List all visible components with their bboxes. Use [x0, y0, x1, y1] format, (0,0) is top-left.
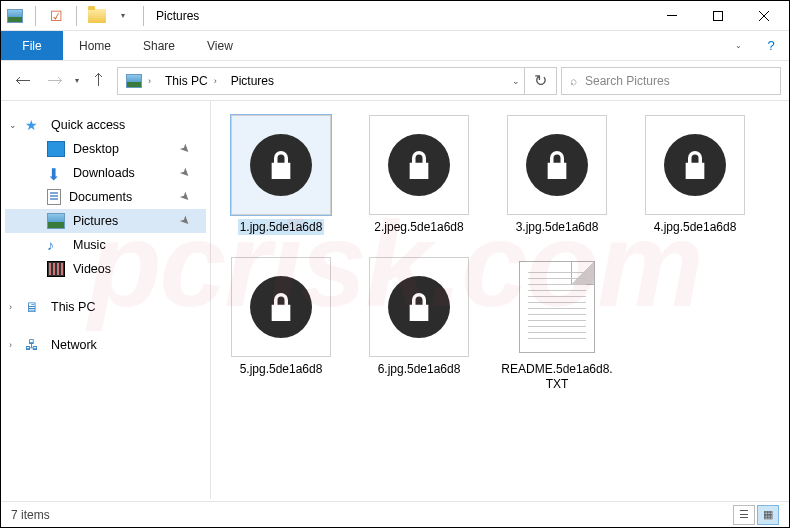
file-item[interactable]: 6.jpg.5de1a6d8: [359, 257, 479, 392]
file-item[interactable]: 2.jpeg.5de1a6d8: [359, 115, 479, 235]
sidebar-item-label: Documents: [69, 190, 132, 204]
pin-icon: ➤: [177, 213, 194, 230]
qat-dropdown-icon[interactable]: ▾: [111, 4, 135, 28]
svg-rect-0: [667, 15, 677, 16]
sidebar-item-this-pc[interactable]: › 🖥 This PC: [5, 295, 206, 319]
chevron-right-icon: ›: [212, 76, 219, 86]
tree-group-quick-access: ⌄ ★ Quick access Desktop ➤ ⬇Downloads ➤ …: [5, 113, 206, 281]
view-details-button[interactable]: ☰: [733, 505, 755, 525]
file-thumbnail: [369, 115, 469, 215]
file-thumbnail: [231, 115, 331, 215]
file-thumbnail: [231, 257, 331, 357]
forward-button[interactable]: 🡒: [41, 67, 69, 95]
titlebar: ☑ ▾ Pictures: [1, 1, 789, 31]
text-file-icon: [519, 261, 595, 353]
sidebar-item-quick-access[interactable]: ⌄ ★ Quick access: [5, 113, 206, 137]
window-controls: [649, 1, 787, 31]
breadcrumb-root[interactable]: ›: [120, 74, 159, 88]
file-name: 6.jpg.5de1a6d8: [376, 361, 463, 377]
ribbon-expand-icon[interactable]: ⌄: [723, 31, 753, 60]
search-input[interactable]: ⌕ Search Pictures: [561, 67, 781, 95]
maximize-button[interactable]: [695, 1, 741, 31]
sidebar-item-label: Desktop: [73, 142, 119, 156]
pin-icon: ➤: [177, 189, 194, 206]
qat-separator: [143, 6, 144, 26]
sidebar-item-pictures[interactable]: Pictures ➤: [5, 209, 206, 233]
search-icon: ⌕: [570, 74, 577, 88]
network-icon: 🖧: [25, 337, 43, 353]
file-name: 1.jpg.5de1a6d8: [238, 219, 325, 235]
view-toggles: ☰ ▦: [733, 505, 779, 525]
file-item[interactable]: 3.jpg.5de1a6d8: [497, 115, 617, 235]
file-name: 3.jpg.5de1a6d8: [514, 219, 601, 235]
file-thumbnail: [645, 115, 745, 215]
file-tab[interactable]: File: [1, 31, 63, 60]
qat-separator: [35, 6, 36, 26]
download-icon: ⬇: [47, 165, 65, 181]
refresh-button[interactable]: ↻: [525, 67, 557, 95]
back-button[interactable]: 🡐: [9, 67, 37, 95]
status-item-count: 7 items: [11, 508, 50, 522]
sidebar-item-music[interactable]: ♪Music: [5, 233, 206, 257]
sidebar-item-videos[interactable]: Videos: [5, 257, 206, 281]
file-item[interactable]: 5.jpg.5de1a6d8: [221, 257, 341, 392]
breadcrumb-this-pc[interactable]: This PC›: [159, 74, 225, 88]
sidebar-item-label: Pictures: [73, 214, 118, 228]
window-title: Pictures: [152, 9, 199, 23]
up-button[interactable]: 🡑: [85, 67, 113, 95]
sidebar-item-label: Downloads: [73, 166, 135, 180]
navigation-pane: ⌄ ★ Quick access Desktop ➤ ⬇Downloads ➤ …: [1, 101, 211, 499]
chevron-right-icon: ›: [146, 76, 153, 86]
video-icon: [47, 261, 65, 277]
file-name: 4.jpg.5de1a6d8: [652, 219, 739, 235]
sidebar-item-label: Videos: [73, 262, 111, 276]
close-button[interactable]: [741, 1, 787, 31]
breadcrumb-pictures[interactable]: Pictures: [225, 74, 280, 88]
tree-group-network: › 🖧 Network: [5, 333, 206, 357]
app-icon: [3, 4, 27, 28]
file-thumbnail: [507, 115, 607, 215]
chevron-right-icon[interactable]: ›: [9, 340, 12, 350]
pc-icon: 🖥: [25, 299, 43, 315]
file-name: README.5de1a6d8.TXT: [497, 361, 617, 392]
body: ⌄ ★ Quick access Desktop ➤ ⬇Downloads ➤ …: [1, 101, 789, 499]
file-item[interactable]: 1.jpg.5de1a6d8: [221, 115, 341, 235]
titlebar-left: ☑ ▾ Pictures: [3, 4, 649, 28]
view-thumbnails-button[interactable]: ▦: [757, 505, 779, 525]
document-icon: [47, 189, 61, 205]
address-bar: 🡐 🡒 ▾ 🡑 › This PC› Pictures ⌄ ↻ ⌕ Search…: [1, 61, 789, 101]
chevron-down-icon[interactable]: ⌄: [9, 120, 17, 130]
file-thumbnail: [507, 257, 607, 357]
file-item[interactable]: 4.jpg.5de1a6d8: [635, 115, 755, 235]
chevron-right-icon[interactable]: ›: [9, 302, 12, 312]
music-icon: ♪: [47, 237, 65, 253]
sidebar-item-desktop[interactable]: Desktop ➤: [5, 137, 206, 161]
pin-icon: ➤: [177, 165, 194, 182]
breadcrumb-label: Pictures: [231, 74, 274, 88]
sidebar-item-label: This PC: [51, 300, 206, 314]
sidebar-item-network[interactable]: › 🖧 Network: [5, 333, 206, 357]
pin-icon: ➤: [177, 141, 194, 158]
help-icon[interactable]: ?: [753, 31, 789, 60]
qat-newfolder-icon[interactable]: [85, 4, 109, 28]
sidebar-item-label: Network: [51, 338, 206, 352]
sidebar-item-downloads[interactable]: ⬇Downloads ➤: [5, 161, 206, 185]
lock-icon: [388, 134, 450, 196]
file-name: 2.jpeg.5de1a6d8: [372, 219, 465, 235]
sidebar-item-label: Music: [73, 238, 106, 252]
breadcrumb[interactable]: › This PC› Pictures ⌄: [117, 67, 525, 95]
sidebar-item-label: Quick access: [51, 118, 206, 132]
sidebar-item-documents[interactable]: Documents ➤: [5, 185, 206, 209]
file-thumbnail: [369, 257, 469, 357]
breadcrumb-dropdown-icon[interactable]: ⌄: [512, 76, 520, 86]
qat-properties-icon[interactable]: ☑: [44, 4, 68, 28]
tab-home[interactable]: Home: [63, 31, 127, 60]
file-item[interactable]: README.5de1a6d8.TXT: [497, 257, 617, 392]
tab-view[interactable]: View: [191, 31, 249, 60]
minimize-button[interactable]: [649, 1, 695, 31]
pictures-icon: [47, 213, 65, 229]
lock-icon: [664, 134, 726, 196]
tab-share[interactable]: Share: [127, 31, 191, 60]
file-list[interactable]: 1.jpg.5de1a6d82.jpeg.5de1a6d83.jpg.5de1a…: [211, 101, 789, 499]
recent-locations-icon[interactable]: ▾: [73, 76, 81, 85]
